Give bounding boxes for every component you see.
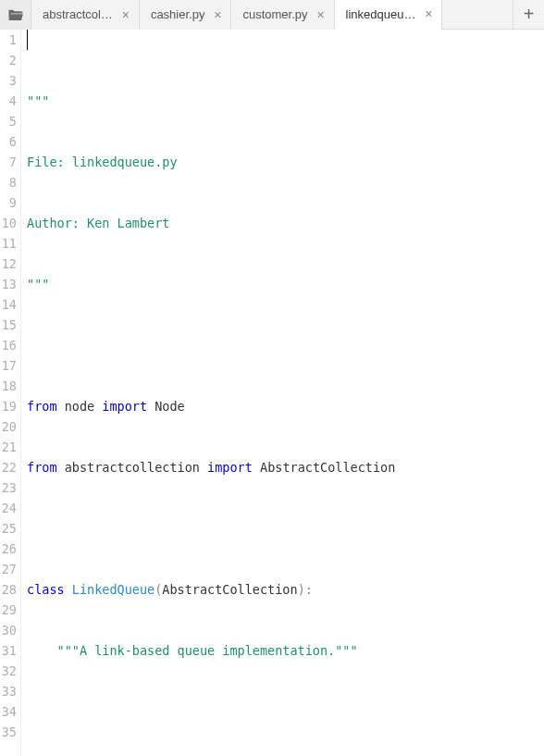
close-icon[interactable]: × bbox=[210, 7, 225, 22]
code-text: AbstractCollection bbox=[260, 460, 395, 475]
tab-bar: abstractcol… × cashier.py × customer.py … bbox=[0, 0, 544, 30]
code-text: LinkedQueue bbox=[72, 582, 155, 597]
code-text bbox=[27, 518, 544, 539]
code-text: """ bbox=[27, 93, 49, 108]
code-text: """A link-based queue implementation.""" bbox=[57, 643, 358, 658]
code-text: Node bbox=[155, 399, 185, 414]
tab-cashier[interactable]: cashier.py × bbox=[140, 0, 232, 30]
code-editor[interactable]: 12345678910 11121314151617181920 2122232… bbox=[0, 30, 544, 756]
close-icon[interactable]: × bbox=[421, 6, 436, 21]
open-file-button[interactable] bbox=[0, 0, 31, 30]
tab-label: linkedqueu… bbox=[346, 7, 416, 21]
close-icon[interactable]: × bbox=[118, 7, 133, 22]
line-number-gutter: 12345678910 11121314151617181920 2122232… bbox=[0, 30, 21, 756]
code-text: File: linkedqueue.py bbox=[27, 155, 178, 169]
code-text: node bbox=[65, 399, 95, 414]
code-text: import bbox=[102, 399, 147, 414]
tabs-container: abstractcol… × cashier.py × customer.py … bbox=[31, 0, 513, 30]
tab-abstractcollection[interactable]: abstractcol… × bbox=[31, 0, 140, 30]
code-text: from bbox=[27, 399, 57, 414]
code-text: class bbox=[27, 582, 65, 597]
code-content[interactable]: """ File: linkedqueue.py Author: Ken Lam… bbox=[21, 30, 544, 756]
code-text bbox=[27, 701, 544, 722]
text-cursor bbox=[27, 30, 28, 50]
folder-open-icon bbox=[7, 8, 24, 21]
tab-customer[interactable]: customer.py × bbox=[231, 0, 334, 30]
code-text: from bbox=[27, 460, 57, 475]
code-text: import bbox=[207, 460, 253, 475]
code-text: abstractcollection bbox=[65, 460, 200, 475]
new-tab-button[interactable]: + bbox=[513, 0, 544, 30]
code-text: Author: Ken Lambert bbox=[27, 216, 169, 230]
code-text: """ bbox=[27, 277, 49, 291]
code-text: AbstractCollection bbox=[162, 582, 297, 597]
tab-label: cashier.py bbox=[151, 7, 205, 21]
close-icon[interactable]: × bbox=[314, 7, 328, 22]
tab-linkedqueue[interactable]: linkedqueu… × bbox=[335, 0, 443, 30]
tab-label: customer.py bbox=[242, 7, 307, 21]
tab-label: abstractcol… bbox=[43, 7, 113, 21]
code-text bbox=[27, 335, 544, 355]
